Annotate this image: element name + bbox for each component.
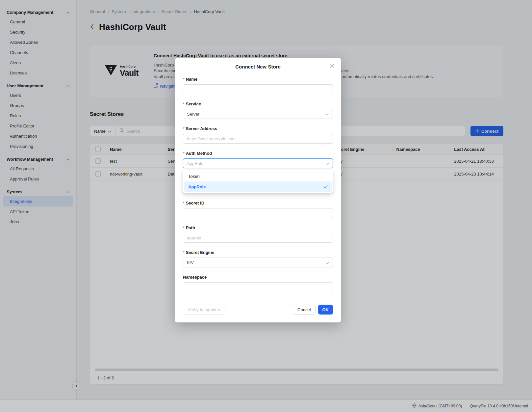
auth-method-select[interactable]: AppRole (183, 158, 333, 168)
auth-method-label: Auth Method (183, 151, 333, 156)
chevron-down-icon (325, 260, 329, 265)
dropdown-option-label: Token (188, 174, 200, 179)
close-icon[interactable] (330, 64, 335, 68)
secret-engine-select[interactable]: K/V (183, 258, 333, 267)
path-label: Path (183, 225, 333, 230)
dropdown-option-token[interactable]: Token (184, 171, 332, 181)
service-select[interactable]: Server (183, 109, 333, 119)
secret-engine-label: Secret Engine (183, 250, 333, 255)
field-service: Service Server (183, 101, 333, 119)
field-namespace: Namespace (183, 275, 333, 292)
name-input[interactable] (183, 84, 333, 94)
field-server-address: Server Address (183, 126, 333, 144)
verify-integration-button[interactable]: Verify Integration (183, 305, 225, 315)
namespace-input[interactable] (183, 282, 333, 292)
secret-id-label: Secret ID (183, 201, 333, 206)
secret-id-input[interactable] (183, 208, 333, 218)
field-path: Path (183, 225, 333, 243)
ok-button[interactable]: OK (318, 305, 333, 315)
name-label: Name (183, 77, 333, 82)
modal-footer-right: Cancel OK (293, 305, 333, 315)
namespace-label: Namespace (183, 275, 333, 280)
field-secret-id: Secret ID (183, 201, 333, 218)
path-input[interactable] (183, 233, 333, 243)
connect-new-store-modal: Connect New Store Name Service Server Se… (175, 58, 341, 322)
dropdown-option-label: AppRole (188, 184, 206, 189)
server-address-input[interactable] (183, 134, 333, 144)
field-auth-method: Auth Method AppRole TokenAppRole (183, 151, 333, 168)
cancel-button[interactable]: Cancel (293, 305, 315, 315)
check-icon (323, 184, 328, 189)
service-select-value: Server (187, 112, 199, 117)
chevron-down-icon (325, 112, 329, 117)
service-label: Service (183, 101, 333, 106)
dropdown-option-approle[interactable]: AppRole (184, 181, 332, 192)
modal-footer: Verify Integration Cancel OK (183, 305, 333, 315)
auth-method-dropdown: TokenAppRole (183, 170, 333, 193)
chevron-down-icon (325, 161, 329, 166)
auth-method-select-value: AppRole (187, 161, 203, 166)
modal-title: Connect New Store (183, 64, 333, 69)
field-secret-engine: Secret Engine K/V (183, 250, 333, 267)
field-name: Name (183, 77, 333, 94)
secret-engine-select-value: K/V (187, 260, 194, 265)
server-address-label: Server Address (183, 126, 333, 131)
